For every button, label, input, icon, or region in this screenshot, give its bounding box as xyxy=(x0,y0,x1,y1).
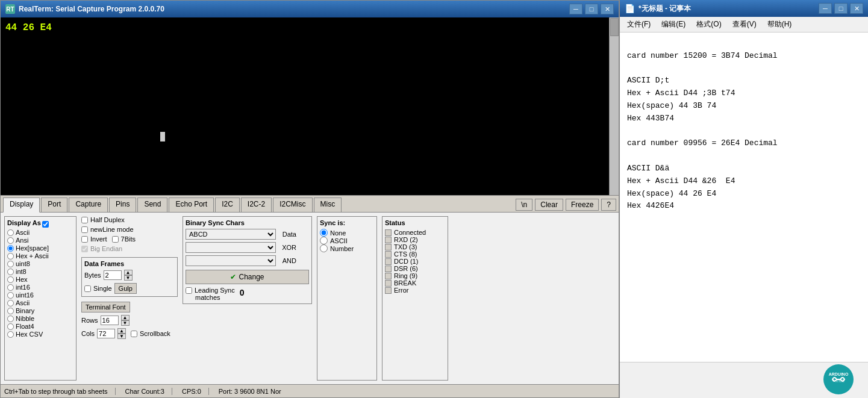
clear-button[interactable]: Clear xyxy=(535,199,563,211)
display-ascii[interactable]: Ascii xyxy=(7,229,73,236)
notepad-window: 📄 *无标题 - 记事本 ─ □ ✕ 文件(F) 编辑(E) 格式(O) 查看(… xyxy=(619,0,868,398)
status-dsr: DSR (6) xyxy=(385,265,445,272)
rows-down[interactable]: ▼ xyxy=(121,320,130,326)
sync-number-option[interactable]: Number xyxy=(320,244,374,252)
rows-up[interactable]: ▲ xyxy=(121,315,130,320)
svg-text:ARDUINO: ARDUINO xyxy=(829,372,849,376)
display-hexascii[interactable]: Hex + Ascii xyxy=(7,252,73,260)
cols-up[interactable]: ▲ xyxy=(117,328,126,334)
change-button[interactable]: ✔ Change xyxy=(186,270,309,284)
np-close-button[interactable]: ✕ xyxy=(850,3,863,14)
checkmark-icon: ✔ xyxy=(230,273,236,281)
terminal-text: 44 26 E4 xyxy=(1,17,57,38)
tab-pins[interactable]: Pins xyxy=(109,197,136,212)
status-rxd: RXD (2) xyxy=(385,236,445,243)
np-minimize-button[interactable]: ─ xyxy=(819,3,832,14)
sync-ascii-option[interactable]: ASCII xyxy=(320,237,374,244)
tab-i2cmisc[interactable]: I2CMisc xyxy=(273,197,312,212)
menu-format[interactable]: 格式(O) xyxy=(692,18,726,31)
menu-file[interactable]: 文件(F) xyxy=(622,18,655,31)
status-txd: TXD (3) xyxy=(385,243,445,250)
realterm-title-bar: RT RealTerm: Serial Capture Program 2.0.… xyxy=(1,1,619,17)
half-duplex-option[interactable]: Half Duplex xyxy=(81,216,178,223)
terminal-font-button[interactable]: Terminal Font xyxy=(81,302,130,312)
display-ascii2[interactable]: Ascii xyxy=(7,299,73,306)
tab-display[interactable]: Display xyxy=(3,197,40,213)
newline-mode-option[interactable]: newLine mode xyxy=(81,226,178,233)
and-row: AND xyxy=(186,255,309,266)
menu-help[interactable]: 帮助(H) xyxy=(763,18,797,31)
display-hexspace[interactable]: Hex[space] xyxy=(7,244,73,252)
bytes-down[interactable]: ▼ xyxy=(124,275,133,281)
notepad-text: card number 15200 = 3B74 Decimal ASCII D… xyxy=(627,51,778,211)
bytes-input[interactable] xyxy=(104,270,122,280)
txd-indicator xyxy=(385,244,392,250)
big-endian-option[interactable]: Big Endian xyxy=(81,245,178,252)
tab-misc[interactable]: Misc xyxy=(314,197,342,212)
scrollback-option[interactable]: Scrollback xyxy=(131,330,170,337)
np-maximize-button[interactable]: □ xyxy=(834,3,848,14)
bytes-spinner: ▲ ▼ xyxy=(124,270,133,281)
display-uint16[interactable]: uint16 xyxy=(7,291,73,299)
terminal-scrollbar[interactable] xyxy=(609,17,619,195)
sync-is-section: Sync is: None ASCII Number xyxy=(317,216,377,381)
tab-port[interactable]: Port xyxy=(41,197,67,212)
cols-input[interactable] xyxy=(97,329,115,338)
abcd-row: ABCD Data xyxy=(186,229,309,240)
display-as-checkbox[interactable] xyxy=(42,221,49,228)
zbits-option[interactable]: 7Bits xyxy=(112,235,136,243)
char-count: Char Count:3 xyxy=(125,388,172,395)
freeze-button[interactable]: Freeze xyxy=(566,199,599,211)
options-section: Half Duplex newLine mode Invert 7Bits Bi… xyxy=(81,216,178,381)
display-as-options: Ascii Ansi Hex[space] Hex + Ascii uint8 … xyxy=(7,229,73,338)
terminal-display[interactable]: 44 26 E4 xyxy=(1,17,619,196)
leading-sync-option[interactable]: Leading Sync xyxy=(186,287,235,294)
invert-option[interactable]: Invert xyxy=(81,235,107,243)
minimize-button[interactable]: ─ xyxy=(569,4,582,14)
tab-send[interactable]: Send xyxy=(137,197,167,212)
tab-i2c2[interactable]: I2C-2 xyxy=(241,197,272,212)
notepad-content[interactable]: card number 15200 = 3B74 Decimal ASCII D… xyxy=(620,33,868,362)
port-display: Port: 3 9600 8N1 Nor xyxy=(219,388,281,395)
tab-i2c[interactable]: I2C xyxy=(215,197,240,212)
rows-input[interactable] xyxy=(101,316,119,325)
maximize-button[interactable]: □ xyxy=(585,4,598,14)
bytes-up[interactable]: ▲ xyxy=(124,270,133,275)
menu-view[interactable]: 查看(V) xyxy=(728,18,761,31)
break-label: BREAK xyxy=(394,279,416,287)
tab-echoport[interactable]: Echo Port xyxy=(169,197,214,212)
single-option[interactable]: Single xyxy=(84,285,112,292)
menu-edit[interactable]: 编辑(E) xyxy=(657,18,690,31)
display-uint8[interactable]: uint8 xyxy=(7,260,73,267)
display-binary[interactable]: Binary xyxy=(7,307,73,314)
sync-none-option[interactable]: None xyxy=(320,229,374,237)
single-row: Single Gulp xyxy=(84,283,175,294)
display-nibble[interactable]: Nibble xyxy=(7,315,73,322)
connected-label: Connected xyxy=(394,229,426,236)
font-section: Terminal Font Rows ▲ ▼ Cols ▲ ▼ xyxy=(81,302,178,339)
cts-indicator xyxy=(385,251,392,258)
notepad-title-bar: 📄 *无标题 - 记事本 ─ □ ✕ xyxy=(620,0,868,17)
display-float4[interactable]: Float4 xyxy=(7,323,73,330)
display-int16[interactable]: int16 xyxy=(7,284,73,291)
display-hex[interactable]: Hex xyxy=(7,276,73,283)
notepad-icon: 📄 xyxy=(625,4,635,13)
help-button[interactable]: ? xyxy=(601,199,616,211)
close-button[interactable]: ✕ xyxy=(601,4,614,14)
newline-button[interactable]: \n xyxy=(516,199,532,211)
display-int8[interactable]: int8 xyxy=(7,268,73,275)
scrollbar-thumb[interactable] xyxy=(610,18,619,36)
connected-indicator xyxy=(385,229,392,236)
display-hexcsv[interactable]: Hex CSV xyxy=(7,331,73,338)
abcd-select[interactable]: ABCD xyxy=(186,229,276,240)
tab-capture[interactable]: Capture xyxy=(69,197,108,212)
cols-down[interactable]: ▼ xyxy=(117,334,126,339)
and-select[interactable] xyxy=(186,255,276,266)
display-ansi[interactable]: Ansi xyxy=(7,237,73,244)
xor-select[interactable] xyxy=(186,242,276,253)
cols-label: Cols xyxy=(81,330,95,337)
gulp-button[interactable]: Gulp xyxy=(114,283,137,294)
rxd-indicator xyxy=(385,237,392,243)
bytes-label: Bytes xyxy=(84,272,101,279)
cols-spinner: ▲ ▼ xyxy=(117,328,126,339)
